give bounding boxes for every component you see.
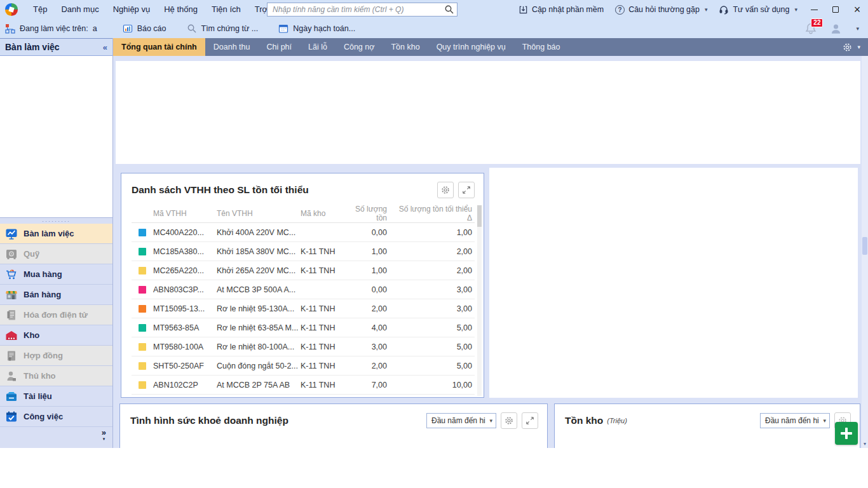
main-scrollbar-thumb[interactable] (862, 237, 867, 255)
search-box (267, 3, 458, 17)
sidebar-overflow-button[interactable]: » ▾ (102, 430, 106, 442)
table-scrollbar-thumb[interactable] (477, 205, 482, 227)
table-row[interactable]: MC265A220... Khởi 265A 220V MC... K-11 T… (132, 261, 475, 280)
working-on-button[interactable]: Đang làm việc trên: a (0, 19, 103, 38)
sidebar-item-hop-dong[interactable]: Hợp đồng (0, 346, 112, 366)
panel-expand-button[interactable] (522, 412, 538, 429)
gear-icon (440, 185, 451, 195)
download-icon (519, 5, 528, 15)
period-select[interactable]: Đầu năm đến hi ▾ (426, 413, 496, 428)
tab-lai-lo[interactable]: Lãi lỗ (300, 38, 336, 56)
right-chart-panel (489, 168, 858, 398)
sidebar-item-tai-lieu[interactable]: Tài liệu (0, 386, 112, 407)
quick-toolbar: Đang làm việc trên: a Báo cáo Tìm chứng … (0, 19, 868, 38)
caret-down-icon[interactable]: ▾ (856, 25, 859, 32)
menu-nghiep-vu[interactable]: Nghiệp vụ (106, 0, 158, 19)
item-color-swatch (139, 324, 146, 332)
table-row[interactable]: MT9580-100A Rơ le nhiệt 80-100A... K-11 … (132, 337, 475, 356)
store-icon (5, 288, 18, 301)
menu-tep[interactable]: Tệp (26, 0, 54, 19)
sidebar-item-ban-hang[interactable]: Bán hàng (0, 285, 112, 305)
headset-icon (719, 4, 729, 15)
table-row[interactable]: ABN803C3P... At MCCB 3P 500A A... 0,00 3… (132, 280, 475, 299)
tab-doanh-thu[interactable]: Doanh thu (205, 38, 259, 56)
user-avatar[interactable] (830, 23, 842, 35)
tabbar-settings-button[interactable]: ▾ (842, 38, 868, 56)
posting-date-button[interactable]: Ngày hạch toán... (273, 19, 361, 38)
sidebar-item-thu-kho[interactable]: Thủ kho (0, 366, 112, 386)
sidebar-item-hoa-don-dien-tu[interactable]: Hóa đơn điện tử (0, 305, 112, 325)
tab-tong-quan-tai-chinh[interactable]: Tổng quan tài chính (113, 38, 205, 56)
table-row[interactable]: ABN102C2P At MCCB 2P 75A AB K-11 TNH 7,0… (132, 376, 475, 395)
sidebar-item-kho[interactable]: Kho (0, 325, 112, 346)
top-chart-panel (116, 61, 860, 164)
table-row[interactable]: SHT50-250AF Cuộn đóng ngắt 50-2... K-11 … (132, 356, 475, 376)
table-row[interactable]: MT9563-85A Rơ le nhiệt 63-85A M... K-11 … (132, 318, 475, 337)
sidebar-item-quy[interactable]: Quỹ (0, 244, 112, 264)
period-select[interactable]: Đầu năm đến hi ▾ (760, 413, 830, 428)
safe-icon (5, 248, 18, 261)
panel-title: Tồn kho (565, 415, 603, 426)
sidebar-item-ban-lam-viec[interactable]: Bàn làm việc (0, 224, 112, 244)
shopping-cart-icon (5, 268, 18, 281)
sidebar-header: Bàn làm việc « (0, 38, 112, 56)
sidebar-splitter[interactable]: ········· (0, 218, 112, 224)
contract-icon (5, 349, 18, 362)
faq-button[interactable]: ? Câu hỏi thường gặp ▾ (609, 0, 713, 19)
dashboard-tabbar: Tổng quan tài chính Doanh thu Chi phí Lã… (113, 38, 868, 56)
search-input[interactable] (268, 5, 444, 14)
table-body: MC400A220... Khởi 400A 220V MC... 0,00 1… (132, 223, 475, 395)
minimize-button[interactable] (803, 0, 825, 19)
table-row[interactable]: MT15095-13... Rơ le nhiệt 95-130A... K-1… (132, 299, 475, 318)
search-icon[interactable] (444, 4, 454, 15)
sidebar-item-mua-hang[interactable]: Mua hàng (0, 264, 112, 285)
update-software-button[interactable]: Cập nhật phần mềm (513, 0, 609, 19)
tab-thong-bao[interactable]: Thông báo (514, 38, 569, 56)
table-row[interactable]: MC185A380... Khởi 185A 380V MC... K-11 T… (132, 242, 475, 261)
item-color-swatch (139, 343, 146, 351)
caret-down-icon: ▾ (489, 417, 492, 424)
panel-title: Danh sách VTHH theo SL tồn tối thiểu (132, 184, 309, 196)
tab-cong-no[interactable]: Công nợ (336, 38, 383, 56)
tab-ton-kho[interactable]: Tồn kho (383, 38, 428, 56)
menu-he-thong[interactable]: Hệ thống (157, 0, 205, 19)
business-health-panel: Tình hình sức khoẻ doanh nghiệp Đầu năm … (119, 403, 548, 448)
item-color-swatch (139, 286, 146, 294)
add-widget-button[interactable] (835, 422, 858, 445)
menu-bar: Tệp Danh mục Nghiệp vụ Hệ thống Tiện ích… (26, 0, 292, 19)
close-button[interactable]: × (846, 0, 868, 19)
notifications-button[interactable]: 22 (804, 22, 817, 35)
warehouse-icon (5, 329, 18, 342)
notification-badge: 22 (811, 18, 823, 27)
caret-down-icon: ▾ (705, 6, 708, 13)
table-row[interactable]: MC400A220... Khởi 400A 220V MC... 0,00 1… (132, 223, 475, 242)
support-button[interactable]: Tư vấn sử dụng ▾ (713, 0, 803, 19)
maximize-button[interactable] (825, 0, 846, 19)
scroll-down-arrow[interactable]: ▾ (862, 441, 868, 447)
panel-expand-button[interactable] (458, 182, 475, 198)
panel-title: Tình hình sức khoẻ doanh nghiệp (130, 415, 288, 426)
collapse-sidebar-button[interactable]: « (103, 43, 107, 52)
panel-settings-button[interactable] (437, 182, 454, 198)
report-button[interactable]: Báo cáo (117, 19, 172, 38)
question-icon: ? (615, 5, 625, 15)
table-scrollbar[interactable] (477, 205, 482, 396)
caret-down-icon: ▾ (794, 6, 797, 13)
sidebar: Bàn làm việc « ········· Bàn làm việc (0, 38, 113, 448)
expand-icon (526, 416, 534, 425)
tab-chi-phi[interactable]: Chi phí (258, 38, 300, 56)
item-color-swatch (139, 305, 146, 313)
sidebar-item-cong-viec[interactable]: Công việc (0, 407, 112, 427)
tab-quy-trinh-nghiep-vu[interactable]: Quy trình nghiệp vụ (428, 38, 514, 56)
menu-danh-muc[interactable]: Danh mục (54, 0, 105, 19)
table-header-row: Mã VTHH Tên VTHH Mã kho Số lượng tồn Số … (132, 204, 475, 223)
dashboard-icon (5, 227, 18, 240)
app-window: Tệp Danh mục Nghiệp vụ Hệ thống Tiện ích… (0, 0, 868, 448)
menu-tien-ich[interactable]: Tiện ích (205, 0, 248, 19)
main-scrollbar[interactable]: ▾ (862, 56, 868, 448)
panel-settings-button[interactable] (501, 412, 517, 429)
find-voucher-button[interactable]: Tìm chứng từ ... (181, 19, 264, 38)
chevrons-right-icon: » (102, 430, 106, 436)
inventory-min-stock-panel: Danh sách VTHH theo SL tồn tối thiểu (121, 173, 484, 398)
tasks-calendar-icon (5, 410, 18, 423)
